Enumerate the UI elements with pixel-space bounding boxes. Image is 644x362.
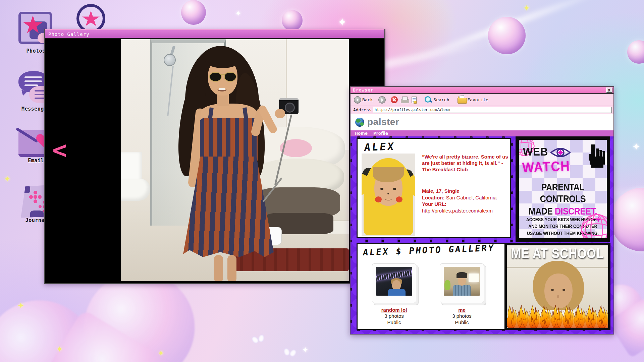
- sparkle: ✦: [56, 345, 63, 354]
- disco-ball-icon: [579, 212, 610, 242]
- toilet: [121, 152, 142, 181]
- browser-toolbar: Back Search Favorite: [351, 94, 613, 106]
- nav-home[interactable]: Home: [355, 131, 368, 136]
- profile-card: ALEX “We're all pretty bizarre. Some of …: [357, 138, 511, 238]
- back-icon: [354, 96, 361, 104]
- close-button[interactable]: X: [606, 87, 612, 93]
- school-caption: ME AT SCHOOL: [507, 245, 608, 261]
- palster-logo: palster: [367, 117, 399, 127]
- profile-stats: Male, 17, Single Location: San Gabriel, …: [422, 188, 509, 214]
- stats-line: Male, 17, Single: [422, 188, 460, 194]
- web-watch-brand-web: WEB: [523, 145, 548, 159]
- back-button[interactable]: Back: [354, 96, 373, 104]
- girl-figure: [171, 42, 285, 281]
- search-icon: [424, 96, 432, 104]
- sparkle: ✦: [302, 345, 309, 355]
- bubble: [282, 10, 303, 31]
- sparkle: ✦: [4, 174, 11, 184]
- profile-name: ALEX: [364, 140, 396, 153]
- desktop: ✦ ✦ ✦ ✦ ✦ ✦ ✦ ✦ ✦ ✦ ✦ ✦ Photos Messenger…: [0, 0, 644, 362]
- star-circle-icon: [76, 4, 105, 33]
- forward-button[interactable]: [378, 96, 386, 104]
- album-count: 3 photos: [362, 313, 426, 319]
- nav-profile[interactable]: Profile: [373, 131, 388, 136]
- profile-page: ALEX “We're all pretty bizarre. Some of …: [351, 136, 613, 334]
- photo-gallery-card: ALEX $ PHOTO GALLERY random lol 3 photos…: [357, 243, 507, 330]
- mirror-selfie-photo: [121, 39, 349, 281]
- desktop-icon-star[interactable]: [76, 4, 105, 33]
- profile-photo: [362, 154, 415, 236]
- ad-headline-line1: PARENTAL CONTROLS: [519, 181, 607, 205]
- photo-gallery-window: Photo Gallery <: [44, 29, 385, 284]
- browser-title: Browser: [353, 87, 374, 93]
- photo-gallery-titlebar[interactable]: Photo Gallery: [45, 29, 384, 39]
- back-label: Back: [362, 97, 373, 102]
- striped-dress-bodice: [200, 118, 258, 161]
- photo-gallery-content: <: [45, 39, 384, 282]
- document-icon[interactable]: [412, 97, 417, 103]
- album-visibility: Public: [362, 319, 426, 326]
- favorite-folder-icon: [458, 97, 466, 103]
- photo-gallery-title: Photo Gallery: [48, 32, 90, 37]
- browser-titlebar[interactable]: Browser X: [351, 87, 613, 94]
- location-value: San Gabriel, California: [446, 195, 497, 200]
- album-me: me 3 photos Public: [430, 263, 494, 326]
- profile-quote: “We're all pretty bizarre. Some of us ar…: [422, 154, 508, 173]
- sparkle: ✦: [235, 9, 241, 18]
- globe-icon: [355, 118, 364, 127]
- flames-graphic: [507, 302, 608, 328]
- sparkle: ✦: [158, 349, 164, 358]
- favorite-label: Favorite: [467, 97, 488, 102]
- sparkle: ✦: [17, 301, 24, 310]
- me-at-school-photo: ME AT SCHOOL: [504, 243, 610, 330]
- album-count: 3 photos: [430, 313, 494, 319]
- bubble: [181, 0, 206, 25]
- ad-headline: PARENTAL CONTROLS MADE DISCREET.: [519, 181, 607, 217]
- web-watch-ad[interactable]: WEB WATCH PARENTAL: [516, 136, 610, 242]
- search-label: Search: [433, 97, 449, 102]
- sparkle: ✦: [632, 141, 640, 153]
- eye-icon: [550, 146, 571, 159]
- site-header: palster: [351, 114, 613, 130]
- previous-photo-button[interactable]: <: [52, 138, 67, 162]
- bubble: [627, 40, 644, 64]
- album-link[interactable]: random lol: [381, 307, 407, 313]
- stop-button[interactable]: [391, 96, 398, 103]
- bubble: [610, 188, 644, 251]
- album-visibility: Public: [430, 319, 494, 326]
- sparkle: ✦: [337, 15, 347, 29]
- album-random-lol: random lol 3 photos Public: [362, 263, 426, 326]
- search-button[interactable]: Search: [424, 96, 449, 104]
- url-value[interactable]: http://profiles.palster.com/alexm: [422, 208, 493, 214]
- bubble: [488, 17, 526, 54]
- album-thumbnail[interactable]: [372, 263, 416, 303]
- address-label: Address: [353, 107, 372, 112]
- location-label: Location:: [422, 195, 445, 200]
- sunglasses: [209, 72, 222, 82]
- album-thumbnail[interactable]: [440, 263, 484, 303]
- album-link[interactable]: me: [458, 307, 466, 313]
- print-icon[interactable]: [401, 97, 409, 103]
- address-bar: Address: [351, 106, 613, 114]
- address-input[interactable]: [373, 107, 612, 113]
- sparkle: ✦: [523, 3, 530, 13]
- url-label: Your URL:: [422, 201, 446, 207]
- browser-window: Browser X Back Search Favorite Address: [350, 86, 614, 335]
- web-watch-brand-watch: WATCH: [522, 158, 570, 175]
- site-nav: Home Profile: [351, 130, 613, 136]
- ad-headline-line2: MADE: [529, 205, 553, 216]
- pixel-hand-cursor-icon: [585, 142, 606, 171]
- gallery-title: ALEX $ PHOTO GALLERY: [362, 243, 495, 257]
- favorite-button[interactable]: Favorite: [458, 97, 488, 103]
